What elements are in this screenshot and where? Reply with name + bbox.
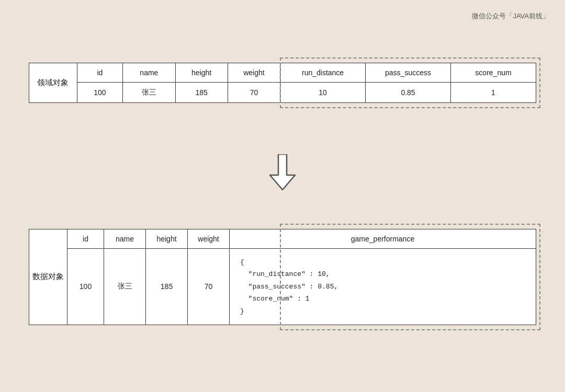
down-arrow <box>267 154 298 192</box>
top-header-id: id <box>77 63 123 83</box>
bottom-header-weight: weight <box>188 229 230 249</box>
bottom-cell-height: 185 <box>146 249 188 325</box>
bottom-row-label: 数据对象 <box>29 229 67 325</box>
bottom-cell-name: 张三 <box>104 249 146 325</box>
top-cell-name: 张三 <box>123 83 175 103</box>
bottom-cell-id: 100 <box>67 249 104 325</box>
bottom-cell-json: { "run_distance" : 10, "pass_success" : … <box>230 249 536 325</box>
top-cell-score-num: 1 <box>450 83 536 103</box>
top-cell-height: 185 <box>175 83 228 103</box>
top-header-name: name <box>123 63 175 83</box>
bottom-cell-weight: 70 <box>188 249 230 325</box>
top-header-height: height <box>175 63 228 83</box>
top-cell-pass-success: 0.85 <box>366 83 451 103</box>
svg-marker-0 <box>270 154 295 190</box>
top-row-label: 领域对象 <box>29 63 77 103</box>
bottom-header-height: height <box>146 229 188 249</box>
top-header-pass-success: pass_success <box>366 63 451 83</box>
top-cell-weight: 70 <box>228 83 280 103</box>
top-header-run-distance: run_distance <box>280 63 366 83</box>
bottom-header-id: id <box>67 229 104 249</box>
top-section: 领域对象 id name height weight run_distance … <box>29 63 536 103</box>
watermark-text: 微信公众号「JAVA前线」 <box>472 11 549 21</box>
top-cell-id: 100 <box>77 83 123 103</box>
bottom-header-name: name <box>104 229 146 249</box>
bottom-header-game-performance: game_performance <box>230 229 536 249</box>
bottom-table-wrapper: 数据对象 id name height weight game_performa… <box>29 229 536 325</box>
top-table-wrapper: 领域对象 id name height weight run_distance … <box>29 63 536 103</box>
top-header-score-num: score_num <box>450 63 536 83</box>
top-table: 领域对象 id name height weight run_distance … <box>29 63 536 103</box>
bottom-section: 数据对象 id name height weight game_performa… <box>29 229 536 325</box>
top-header-weight: weight <box>228 63 280 83</box>
top-cell-run-distance: 10 <box>280 83 366 103</box>
bottom-table: 数据对象 id name height weight game_performa… <box>29 229 536 325</box>
